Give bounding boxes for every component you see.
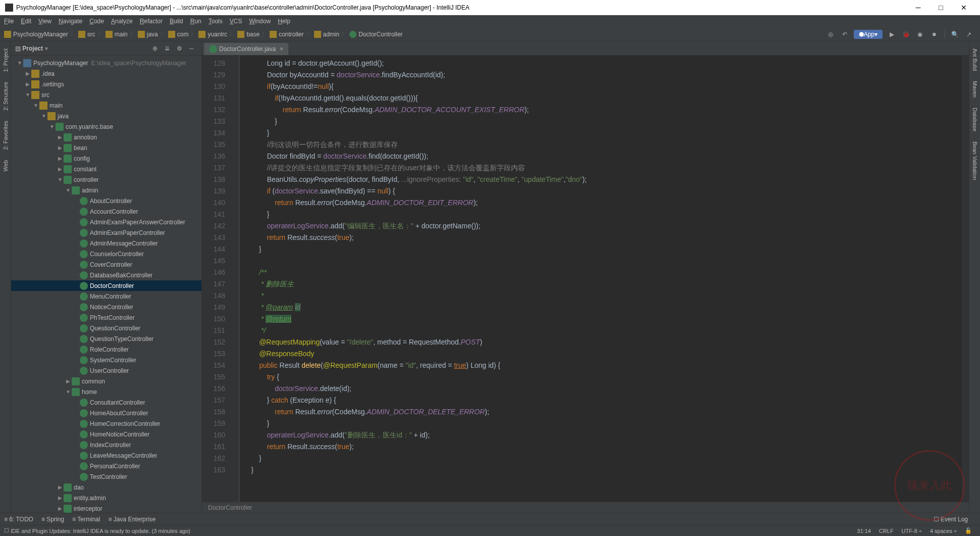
tree-item[interactable]: ▶annotion — [11, 132, 201, 142]
tree-item[interactable]: RoleController — [11, 344, 201, 355]
expand-arrow-icon[interactable]: ▶ — [24, 71, 31, 76]
tree-item[interactable]: HomeCorrectionController — [11, 418, 201, 429]
breadcrumb-item[interactable]: controller — [279, 31, 303, 38]
gear-icon[interactable]: ⚙ — [174, 43, 184, 54]
expand-arrow-icon[interactable]: ▶ — [57, 145, 64, 151]
menu-analyze[interactable]: Analyze — [111, 18, 133, 25]
tool-tab[interactable]: Bean Validation — [971, 136, 979, 185]
expand-arrow-icon[interactable]: ▼ — [57, 177, 64, 182]
expand-arrow-icon[interactable]: ▶ — [57, 506, 64, 511]
tree-item[interactable]: IndexController — [11, 440, 201, 450]
tool-tab[interactable]: Ant Build — [971, 43, 979, 76]
tree-item[interactable]: TestController — [11, 471, 201, 482]
bottom-tab[interactable]: ≡ Java Enterprise — [108, 516, 156, 523]
minimize-button[interactable]: ─ — [907, 0, 930, 15]
code-area[interactable]: Long id = doctor.getAccount().getId(); D… — [239, 56, 962, 502]
tree-item[interactable]: AdminExamPaperController — [11, 227, 201, 238]
menu-edit[interactable]: Edit — [21, 18, 31, 25]
breadcrumb-item[interactable]: admin — [323, 31, 340, 38]
tree-item[interactable]: ▼com.yuanlrc.base — [11, 121, 201, 132]
back-icon[interactable]: ↶ — [839, 28, 851, 40]
breadcrumbs[interactable]: PsychologyManager〉src〉main〉java〉com〉yuan… — [4, 30, 403, 38]
tree-item[interactable]: CounselorController — [11, 249, 201, 259]
project-tree[interactable]: ▼PsychologyManagerE:\idea_space\Psycholo… — [11, 56, 201, 513]
tree-item[interactable]: ▶config — [11, 153, 201, 164]
breadcrumb-item[interactable]: PsychologyManager — [13, 31, 68, 38]
close-button[interactable]: ✕ — [952, 0, 975, 15]
expand-arrow-icon[interactable]: ▶ — [57, 495, 64, 501]
expand-arrow-icon[interactable]: ▶ — [24, 81, 31, 87]
caret-position[interactable]: 31:14 — [857, 528, 871, 534]
tree-item[interactable]: LeaveMessageController — [11, 450, 201, 461]
menu-help[interactable]: Help — [278, 18, 290, 25]
tree-item[interactable]: ▶bean — [11, 142, 201, 153]
run-button[interactable]: ▶ — [886, 28, 898, 40]
settings-icon[interactable]: ↗ — [963, 28, 975, 40]
tree-item[interactable]: HomeNoticeController — [11, 429, 201, 440]
menu-vcs[interactable]: VCS — [230, 18, 242, 25]
status-icon[interactable]: ☐ — [4, 527, 9, 534]
tool-tab[interactable]: Web — [2, 155, 10, 176]
tree-item[interactable]: DatabaseBakController — [11, 270, 201, 280]
expand-arrow-icon[interactable]: ▼ — [16, 60, 23, 66]
expand-arrow-icon[interactable]: ▼ — [32, 103, 39, 108]
tree-item[interactable]: AdminMessageController — [11, 238, 201, 249]
collapse-all-icon[interactable]: ⇊ — [162, 43, 172, 54]
bottom-tab[interactable]: ≡ Spring — [41, 516, 64, 523]
indent-setting[interactable]: 4 spaces ÷ — [930, 528, 957, 534]
breadcrumb-item[interactable]: src — [87, 31, 95, 38]
bottom-tab[interactable]: ≡ Terminal — [72, 516, 100, 523]
menu-build[interactable]: Build — [170, 18, 183, 25]
expand-arrow-icon[interactable]: ▶ — [57, 166, 64, 172]
tree-item[interactable]: CoverController — [11, 259, 201, 270]
expand-arrow-icon[interactable]: ▶ — [57, 484, 64, 490]
maximize-button[interactable]: □ — [930, 0, 952, 15]
expand-arrow-icon[interactable]: ▼ — [65, 389, 72, 395]
menu-file[interactable]: File — [4, 18, 14, 25]
tree-item[interactable]: AdminExamPaperAnswerController — [11, 217, 201, 227]
hide-icon[interactable]: ─ — [186, 43, 196, 54]
tool-tab[interactable]: Maven — [971, 76, 979, 103]
tree-item[interactable]: NoticeController — [11, 302, 201, 312]
expand-arrow-icon[interactable]: ▼ — [24, 92, 31, 98]
project-title[interactable]: Project — [22, 45, 43, 52]
tree-item[interactable]: DoctorController — [11, 280, 201, 291]
tree-item[interactable]: ▶.settings — [11, 79, 201, 89]
menu-navigate[interactable]: Navigate — [59, 18, 82, 25]
dropdown-icon[interactable]: ▾ — [45, 45, 48, 52]
tree-item[interactable]: ▼admin — [11, 185, 201, 196]
menu-run[interactable]: Run — [190, 18, 201, 25]
tree-item[interactable]: QuestionController — [11, 323, 201, 333]
menu-view[interactable]: View — [38, 18, 51, 25]
tree-item[interactable]: ▼controller — [11, 174, 201, 185]
run-config-selector[interactable]: ⬢ App ▾ — [854, 30, 883, 39]
tree-item[interactable]: AccountController — [11, 206, 201, 217]
scroll-from-source-icon[interactable]: ⊕ — [150, 43, 160, 54]
expand-arrow-icon[interactable]: ▼ — [48, 124, 56, 129]
tree-item[interactable]: ▶constant — [11, 164, 201, 174]
bottom-tab[interactable]: ≡ 6: TODO — [4, 516, 33, 523]
error-stripe[interactable] — [962, 56, 969, 502]
breadcrumb-item[interactable]: java — [147, 31, 158, 38]
expand-arrow-icon[interactable]: ▶ — [57, 156, 64, 161]
editor-tab[interactable]: DoctorController.java × — [204, 43, 288, 55]
tree-item[interactable]: ▼java — [11, 111, 201, 121]
breadcrumb-item[interactable]: yuanlrc — [208, 31, 227, 38]
tool-tab[interactable]: Database — [971, 103, 979, 136]
line-separator[interactable]: CRLF — [879, 528, 894, 534]
tree-item[interactable]: ConsultantController — [11, 397, 201, 408]
event-log-tab[interactable]: ☐ Event Log — [934, 516, 968, 523]
menu-refactor[interactable]: Refactor — [140, 18, 163, 25]
close-tab-icon[interactable]: × — [280, 45, 283, 53]
tree-item[interactable]: SystemController — [11, 355, 201, 365]
tree-item[interactable]: PersonalController — [11, 461, 201, 471]
breadcrumb-item[interactable]: main — [115, 31, 128, 38]
tree-item[interactable]: QuestionTypeController — [11, 333, 201, 344]
line-gutter[interactable]: 1281291301311321331341351361371381391401… — [202, 56, 232, 502]
menu-code[interactable]: Code — [89, 18, 104, 25]
tree-item[interactable]: HomeAboutController — [11, 408, 201, 418]
tree-item[interactable]: ▶entity.admin — [11, 493, 201, 503]
search-icon[interactable]: 🔍 — [949, 28, 961, 40]
tree-item[interactable]: UserController — [11, 365, 201, 376]
breadcrumb-item[interactable]: base — [246, 31, 260, 38]
